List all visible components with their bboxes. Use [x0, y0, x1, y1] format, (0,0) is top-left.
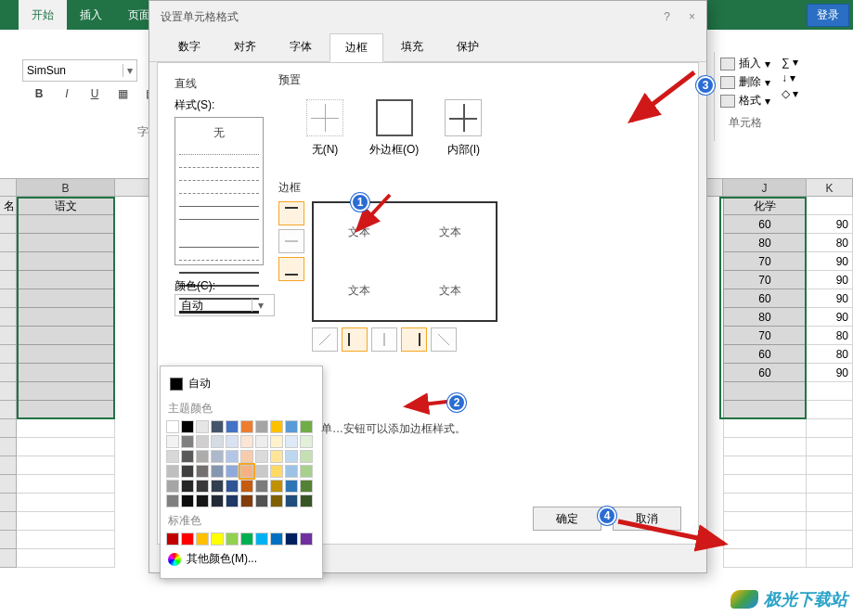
cell[interactable]: [723, 549, 807, 568]
cell[interactable]: [807, 475, 853, 494]
cell[interactable]: [723, 512, 807, 531]
autosum-button[interactable]: ∑▾: [782, 56, 798, 69]
border-preview[interactable]: 文本 文本 文本 文本: [312, 201, 498, 322]
style-med2[interactable]: [179, 269, 259, 276]
theme-swatch[interactable]: [166, 480, 179, 493]
cell[interactable]: [807, 512, 853, 531]
theme-swatch[interactable]: [211, 450, 224, 463]
theme-swatch[interactable]: [196, 494, 209, 507]
cell[interactable]: 80: [723, 234, 807, 252]
row-header[interactable]: [0, 456, 17, 475]
cell[interactable]: [17, 456, 115, 475]
cell[interactable]: 80: [807, 345, 853, 364]
cell[interactable]: 70: [723, 271, 807, 289]
cell[interactable]: [807, 382, 853, 401]
cell[interactable]: [17, 382, 115, 401]
cell[interactable]: 70: [723, 327, 807, 345]
theme-swatch[interactable]: [255, 420, 268, 433]
theme-swatch[interactable]: [226, 480, 239, 493]
theme-swatch[interactable]: [240, 450, 253, 463]
row-header[interactable]: [0, 475, 17, 494]
standard-swatch[interactable]: [226, 533, 239, 545]
theme-swatch[interactable]: [166, 494, 179, 507]
cell[interactable]: [17, 364, 115, 382]
theme-swatch[interactable]: [181, 465, 194, 478]
border-vmiddle-button[interactable]: [371, 327, 397, 352]
cell[interactable]: 70: [723, 252, 807, 271]
color-auto-item[interactable]: 自动: [166, 372, 317, 395]
cell[interactable]: [17, 271, 115, 289]
theme-swatch[interactable]: [181, 450, 194, 463]
cell[interactable]: 化学: [723, 197, 807, 215]
cell[interactable]: 60: [723, 345, 807, 364]
border-top-button[interactable]: [278, 201, 304, 225]
theme-swatch[interactable]: [226, 450, 239, 463]
row-header[interactable]: [0, 438, 17, 456]
tab-font[interactable]: 字体: [274, 32, 328, 61]
line-style-list[interactable]: 无: [174, 117, 264, 265]
border-left-button[interactable]: [342, 327, 368, 352]
theme-swatch[interactable]: [211, 420, 224, 433]
tab-fill[interactable]: 填充: [385, 32, 439, 61]
format-cells-button[interactable]: 格式▾: [720, 93, 770, 109]
row-header[interactable]: [0, 549, 17, 568]
col-header-j[interactable]: J: [723, 179, 807, 196]
insert-cells-button[interactable]: 插入▾: [720, 56, 770, 71]
row-header[interactable]: [0, 234, 17, 252]
cell[interactable]: [723, 531, 807, 549]
cell[interactable]: 90: [807, 252, 853, 271]
clear-button[interactable]: ◇▾: [782, 87, 798, 100]
theme-swatch[interactable]: [285, 420, 298, 433]
standard-swatch[interactable]: [270, 533, 283, 545]
standard-swatch[interactable]: [211, 533, 224, 545]
close-icon[interactable]: ×: [689, 10, 695, 23]
tab-number[interactable]: 数字: [162, 32, 216, 61]
theme-swatch[interactable]: [255, 494, 268, 507]
style-thin2[interactable]: [179, 215, 259, 223]
style-thin[interactable]: [179, 202, 259, 210]
cell[interactable]: 90: [807, 364, 853, 382]
row-header[interactable]: [0, 494, 17, 512]
cell[interactable]: [723, 438, 807, 456]
cell[interactable]: [17, 475, 115, 494]
cell[interactable]: [17, 215, 115, 234]
theme-swatch[interactable]: [300, 465, 313, 478]
tab-align[interactable]: 对齐: [218, 32, 272, 61]
theme-swatch[interactable]: [166, 435, 179, 448]
border-hmiddle-button[interactable]: [278, 229, 304, 253]
col-header-b[interactable]: B: [17, 179, 115, 196]
theme-swatch[interactable]: [270, 480, 283, 493]
theme-swatch[interactable]: [240, 420, 253, 433]
theme-swatch[interactable]: [226, 420, 239, 433]
theme-swatch[interactable]: [196, 450, 209, 463]
cell[interactable]: 80: [807, 327, 853, 345]
col-header-k[interactable]: K: [807, 179, 853, 196]
cell[interactable]: [807, 419, 853, 438]
row-header[interactable]: [0, 308, 17, 327]
theme-swatch[interactable]: [211, 465, 224, 478]
theme-swatch[interactable]: [240, 480, 253, 493]
theme-swatch[interactable]: [300, 420, 313, 433]
preset-inside[interactable]: 内部(I): [445, 99, 482, 158]
row-header[interactable]: [0, 289, 17, 308]
theme-swatch[interactable]: [255, 465, 268, 478]
border-button[interactable]: ▦: [113, 87, 132, 100]
cell[interactable]: 90: [807, 271, 853, 289]
cell[interactable]: 80: [723, 308, 807, 327]
fill-down-button[interactable]: ↓▾: [782, 71, 798, 84]
bold-button[interactable]: B: [30, 87, 48, 100]
theme-swatch[interactable]: [211, 494, 224, 507]
theme-swatch[interactable]: [196, 465, 209, 478]
theme-swatch[interactable]: [270, 420, 283, 433]
border-diag2-button[interactable]: [431, 327, 457, 352]
tab-insert[interactable]: 插入: [67, 0, 115, 30]
row-header[interactable]: [0, 512, 17, 531]
cell[interactable]: [723, 419, 807, 438]
cell[interactable]: [807, 456, 853, 475]
border-right-button[interactable]: [401, 327, 427, 352]
cell[interactable]: 语文: [17, 197, 115, 215]
style-none[interactable]: 无: [179, 122, 259, 145]
style-dotted[interactable]: [179, 150, 259, 158]
row-header[interactable]: [0, 271, 17, 289]
row-header[interactable]: [0, 215, 17, 234]
